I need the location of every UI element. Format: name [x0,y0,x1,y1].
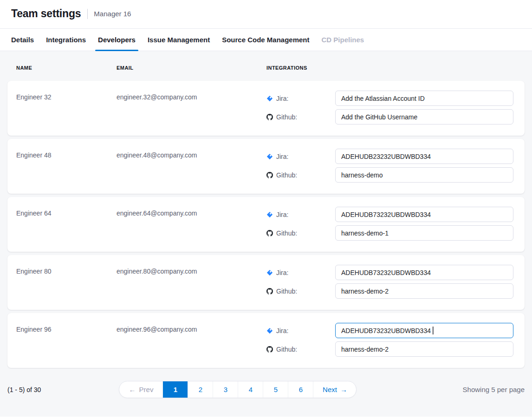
jira-label-group: Jira: [266,327,335,334]
tab-source-code-management[interactable]: Source Code Management [222,29,309,51]
jira-account-id-input[interactable] [335,207,513,222]
tab-issue-management[interactable]: Issue Management [148,29,210,51]
prev-arrow-icon: ← [129,386,136,393]
github-username-input[interactable] [335,167,513,183]
results-range-text: (1 - 5) of 30 [7,386,41,393]
developer-email: engineer.80@company.com [117,265,266,275]
jira-icon [266,327,273,334]
developer-email: engineer.96@company.com [117,323,266,333]
tab-source-code-management-label: Source Code Management [222,36,309,44]
page-button-5[interactable]: 5 [263,381,288,398]
next-arrow-icon: → [340,386,347,393]
jira-icon [266,269,273,276]
github-label: Github: [276,113,297,121]
table-row: Engineer 64 engineer.64@company.com Jira… [7,197,525,252]
github-label-group: Github: [266,229,335,237]
page-button-2[interactable]: 2 [188,381,213,398]
jira-label: Jira: [276,327,288,334]
github-icon [266,346,273,353]
pager-wrap: ← Prev 1 2 3 4 5 6 Next → [41,381,435,398]
github-line: Github: [266,109,513,124]
tab-details[interactable]: Details [11,29,34,51]
table-row: Engineer 96 engineer.96@company.com Jira… [7,313,525,368]
jira-line: Jira: [266,91,513,106]
jira-account-id-input[interactable] [335,91,513,106]
integrations-cell: Jira: Github: [266,149,513,183]
tab-developers-label: Developers [98,36,136,44]
page-button-1[interactable]: 1 [162,381,188,398]
jira-label-group: Jira: [266,211,335,218]
developer-email: engineer.32@company.com [117,91,266,101]
tab-integrations-label: Integrations [46,36,86,44]
integrations-cell: Jira: Github: [266,265,513,299]
github-icon [266,114,273,120]
developer-email: engineer.48@company.com [117,149,266,159]
jira-icon [266,153,273,160]
jira-label: Jira: [276,153,288,160]
github-icon [266,288,273,295]
developer-name: Engineer 64 [16,207,117,217]
github-label: Github: [276,171,297,179]
jira-label-group: Jira: [266,95,335,102]
prev-page-button[interactable]: ← Prev [119,381,162,398]
github-line: Github: [266,283,513,299]
developer-email: engineer.64@company.com [117,207,266,217]
per-page-text: Showing 5 per page [463,386,525,393]
github-username-input[interactable] [335,283,513,299]
integrations-cell: Jira: Github: [266,91,513,124]
table-header-row: NAME EMAIL INTEGRATIONS [7,65,525,71]
active-tab-underline [95,50,138,51]
table-row: Engineer 32 engineer.32@company.com Jira… [7,81,525,136]
github-line: Github: [266,341,513,357]
github-icon [266,230,273,236]
jira-icon [266,95,273,102]
jira-label: Jira: [276,95,288,102]
jira-label-group: Jira: [266,269,335,276]
tab-developers[interactable]: Developers [98,29,136,51]
github-username-input[interactable] [335,341,513,357]
github-username-input[interactable] [335,225,513,241]
jira-account-id-input-focused[interactable] [335,323,513,338]
tab-cd-pipelines: CD Pipelines [322,29,364,51]
github-username-input[interactable] [335,109,513,124]
column-header-email: EMAIL [117,65,266,71]
prev-label: Prev [139,386,154,393]
tab-details-label: Details [11,36,34,44]
page-button-3[interactable]: 3 [213,381,238,398]
page-button-6[interactable]: 6 [288,381,313,398]
developer-name: Engineer 96 [16,323,117,333]
integrations-cell: Jira: Github: [266,323,513,357]
github-label-group: Github: [266,346,335,353]
next-page-button[interactable]: Next → [313,381,356,398]
jira-label: Jira: [276,269,288,276]
pagination-bar: (1 - 5) of 30 ← Prev 1 2 3 4 5 6 Next → … [7,381,525,398]
jira-account-id-input[interactable] [335,149,513,164]
jira-line: Jira: [266,265,513,280]
github-label: Github: [276,346,297,353]
column-header-name: NAME [16,65,117,71]
next-label: Next [323,386,337,393]
github-label: Github: [276,288,297,295]
table-row: Engineer 80 engineer.80@company.com Jira… [7,255,525,310]
developer-name: Engineer 32 [16,91,117,101]
github-icon [266,172,273,178]
page-button-4[interactable]: 4 [238,381,263,398]
jira-line: Jira: [266,323,513,338]
jira-line: Jira: [266,207,513,222]
developers-panel: NAME EMAIL INTEGRATIONS Engineer 32 engi… [0,51,532,417]
title-divider [87,9,88,19]
page-subtitle: Manager 16 [94,10,131,18]
integrations-cell: Jira: Github: [266,207,513,241]
developer-name: Engineer 48 [16,149,117,159]
github-label: Github: [276,229,297,237]
tab-issue-management-label: Issue Management [148,36,210,44]
tab-integrations[interactable]: Integrations [46,29,86,51]
table-row: Engineer 48 engineer.48@company.com Jira… [7,139,525,194]
jira-icon [266,211,273,218]
github-line: Github: [266,167,513,183]
github-label-group: Github: [266,288,335,295]
github-label-group: Github: [266,113,335,121]
jira-account-id-input[interactable] [335,265,513,280]
developer-name: Engineer 80 [16,265,117,275]
page-title: Team settings [11,7,81,20]
